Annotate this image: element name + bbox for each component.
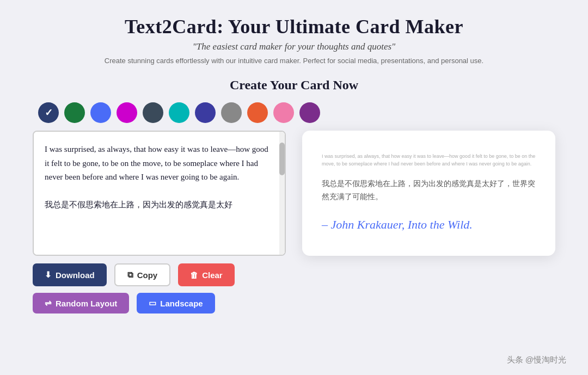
watermark: 头条 @慢淘时光 (507, 355, 566, 365)
color-palette (33, 102, 320, 123)
card-quote: – John Krakauer, Into the Wild. (322, 216, 536, 233)
clear-button[interactable]: 🗑 Clear (178, 263, 235, 286)
card-small-text: I was surprised, as always, that how eas… (322, 153, 536, 168)
color-swatch-green[interactable] (64, 102, 85, 123)
clear-label: Clear (202, 271, 223, 280)
preview-area: I was surprised, as always, that how eas… (302, 131, 555, 256)
color-swatch-magenta[interactable] (117, 102, 137, 123)
landscape-icon: ▭ (149, 298, 156, 308)
editor-preview-container: ⬇ Download ⧉ Copy 🗑 Clear ⇌ Random Layou… (33, 131, 555, 313)
subtitle: "The easiest card maker for your thought… (33, 41, 555, 52)
main-title: Text2Card: Your Ultimate Card Maker (33, 15, 555, 38)
editor-area: ⬇ Download ⧉ Copy 🗑 Clear ⇌ Random Layou… (33, 131, 286, 313)
landscape-label: Landscape (160, 299, 203, 308)
color-swatch-pink[interactable] (273, 102, 294, 123)
color-swatch-orange-red[interactable] (247, 102, 268, 123)
trash-icon: 🗑 (190, 271, 198, 280)
copy-label: Copy (137, 271, 158, 280)
color-swatch-dark-slate[interactable] (143, 102, 163, 123)
color-swatch-indigo[interactable] (195, 102, 216, 123)
description: Create stunning cards effortlessly with … (33, 57, 555, 65)
section-title: Create Your Card Now (230, 78, 358, 93)
scrollbar-thumb[interactable] (279, 143, 285, 175)
button-row-primary: ⬇ Download ⧉ Copy 🗑 Clear (33, 263, 286, 286)
color-swatch-navy[interactable] (38, 102, 59, 123)
landscape-button[interactable]: ▭ Landscape (137, 293, 215, 313)
shuffle-icon: ⇌ (45, 298, 52, 308)
copy-icon: ⧉ (127, 270, 133, 280)
main-content: Create Your Card Now ⬇ Download ⧉ Copy (33, 78, 555, 313)
copy-button[interactable]: ⧉ Copy (114, 263, 171, 286)
page-header: Text2Card: Your Ultimate Card Maker "The… (33, 15, 555, 65)
color-swatch-gray[interactable] (221, 102, 242, 123)
card-preview: I was surprised, as always, that how eas… (302, 131, 555, 256)
color-swatch-blue[interactable] (90, 102, 111, 123)
random-layout-button[interactable]: ⇌ Random Layout (33, 293, 129, 313)
color-swatch-teal[interactable] (169, 102, 189, 123)
color-swatch-purple[interactable] (299, 102, 320, 123)
text-input[interactable] (34, 132, 285, 255)
download-label: Download (56, 271, 95, 280)
download-button[interactable]: ⬇ Download (33, 263, 107, 286)
textarea-wrapper (33, 131, 286, 256)
button-row-secondary: ⇌ Random Layout ▭ Landscape (33, 293, 286, 313)
download-icon: ⬇ (45, 270, 52, 280)
card-chinese-text: 我总是不假思索地在上路，因为出发的感觉真是太好了，世界突然充满了可能性。 (322, 177, 536, 204)
random-layout-label: Random Layout (56, 299, 117, 308)
scrollbar-track (279, 132, 285, 255)
